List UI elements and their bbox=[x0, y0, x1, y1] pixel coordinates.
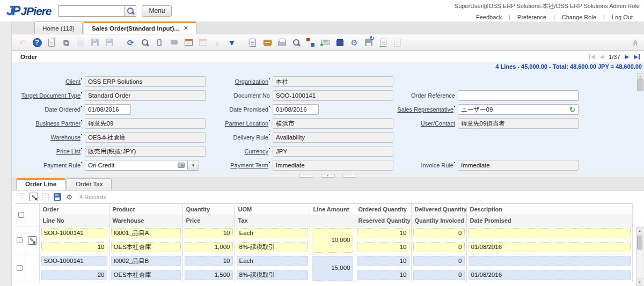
attachment-icon[interactable] bbox=[153, 36, 166, 49]
row-indicator-cell[interactable] bbox=[25, 254, 39, 282]
scrollbar-thumb[interactable] bbox=[637, 236, 642, 250]
tab-order-line[interactable]: Order Line bbox=[16, 178, 65, 190]
field-date-promised[interactable]: 01/08/2016 bbox=[273, 104, 319, 115]
window-tab-home-113[interactable]: Home (113) bbox=[34, 21, 83, 34]
description-cell[interactable] bbox=[466, 254, 632, 268]
workflow-icon[interactable] bbox=[304, 36, 317, 49]
field-payment-rule[interactable]: On Credit bbox=[85, 160, 188, 171]
line-no-cell[interactable]: 20 bbox=[39, 268, 109, 282]
window-tab-sales-order-standard-input[interactable]: Sales Order(Standard Input)...✕ bbox=[84, 21, 196, 34]
date-promised-cell[interactable]: 01/08/2016 bbox=[466, 240, 632, 254]
report-icon[interactable] bbox=[246, 36, 259, 49]
header-link-change-role[interactable]: Change Role bbox=[555, 14, 603, 20]
delivered-quantity-cell[interactable]: 0 bbox=[411, 254, 466, 268]
column-header-warehouse[interactable]: Warehouse bbox=[109, 215, 182, 226]
jpiere-logo[interactable]: JP JPiere bbox=[6, 3, 51, 18]
column-header-line-no[interactable]: Line No bbox=[39, 215, 109, 226]
row-select-cell[interactable] bbox=[15, 226, 25, 254]
order-line-row[interactable]: SOO-1000141I0002_品目B10Each15,000100 bbox=[15, 254, 632, 268]
warehouse-cell[interactable]: OES本社倉庫 bbox=[109, 268, 182, 282]
scroll-down-icon[interactable]: ▼ bbox=[636, 278, 643, 285]
line-no-cell[interactable]: 10 bbox=[39, 240, 109, 254]
uom-cell[interactable]: Each bbox=[235, 254, 310, 268]
close-tab-icon[interactable]: ✕ bbox=[184, 25, 188, 32]
product-cell[interactable]: I0002_品目B bbox=[109, 254, 182, 268]
delivered-quantity-cell[interactable]: 0 bbox=[411, 226, 466, 240]
column-header-quantity[interactable]: Quantity bbox=[182, 204, 235, 215]
scroll-up-icon[interactable]: ▲ bbox=[637, 73, 643, 79]
tab-order-tax[interactable]: Order Tax bbox=[67, 178, 112, 190]
export-icon[interactable] bbox=[362, 36, 375, 49]
find-icon[interactable] bbox=[138, 36, 151, 49]
column-header-ordered-quantity[interactable]: Ordered Quantity bbox=[355, 204, 411, 215]
print-icon[interactable] bbox=[275, 36, 288, 49]
archive-icon[interactable] bbox=[261, 36, 274, 49]
column-header-price[interactable]: Price bbox=[182, 215, 235, 226]
field-label-business-partner[interactable]: Business Partner bbox=[15, 120, 85, 127]
splitter-collapse-handle[interactable]: ▾ bbox=[321, 174, 335, 178]
field-label-target-document-type[interactable]: Target Document Type bbox=[15, 92, 85, 99]
field-label-user-contact[interactable]: User/Contact bbox=[396, 120, 458, 127]
line-amount-cell[interactable]: 15,000 bbox=[310, 254, 355, 282]
quantity-cell[interactable]: 10 bbox=[182, 226, 235, 240]
column-header-uom[interactable]: UOM bbox=[235, 204, 310, 215]
reserved-quantity-cell[interactable]: 10 bbox=[355, 268, 411, 282]
header-link-preference[interactable]: Preference bbox=[510, 14, 553, 20]
field-sales-representative[interactable]: ユーザー09↻ bbox=[458, 104, 579, 115]
global-search-input[interactable] bbox=[58, 5, 125, 17]
dropdown-button[interactable]: ▼ bbox=[188, 160, 199, 171]
detail-record-icon[interactable]: ▼ bbox=[225, 36, 238, 49]
request-icon[interactable] bbox=[319, 36, 332, 49]
column-header-line-amount[interactable]: Line Amount bbox=[310, 204, 355, 215]
product-cell[interactable]: I0001_品目A bbox=[109, 226, 182, 240]
price-cell[interactable]: 1,000 bbox=[182, 240, 235, 254]
requery-icon[interactable]: ↻ bbox=[569, 106, 575, 114]
first-record-icon[interactable]: ◀ bbox=[589, 54, 595, 60]
date-promised-cell[interactable]: 01/08/2016 bbox=[466, 268, 632, 282]
row-checkbox[interactable] bbox=[17, 265, 23, 271]
quantity-invoiced-cell[interactable]: 0 bbox=[411, 240, 466, 254]
header-link-feedback[interactable]: Feedback bbox=[469, 14, 509, 20]
ordered-quantity-cell[interactable]: 10 bbox=[355, 254, 411, 268]
row-indicator-cell[interactable]: ✎ bbox=[25, 226, 39, 254]
reserved-quantity-cell[interactable]: 10 bbox=[355, 240, 411, 254]
tax-cell[interactable]: 8%-課税取引 bbox=[235, 240, 310, 254]
chat-icon[interactable] bbox=[167, 36, 180, 49]
column-header-delivered-quantity[interactable]: Delivered Quantity bbox=[411, 204, 466, 215]
quantity-cell[interactable]: 10 bbox=[182, 254, 235, 268]
form-scrollbar[interactable]: ▲ bbox=[637, 73, 643, 171]
column-header-order[interactable]: Order bbox=[39, 204, 109, 215]
column-header-tax[interactable]: Tax bbox=[235, 215, 310, 226]
customize-grid-icon[interactable]: ⚙ bbox=[64, 192, 74, 202]
splitter-grip[interactable]: ···· bbox=[299, 174, 313, 178]
menu-button[interactable]: Menu bbox=[142, 5, 172, 17]
field-order-reference[interactable] bbox=[458, 90, 579, 101]
scroll-up-icon[interactable]: ▲ bbox=[636, 228, 643, 234]
file-import-icon[interactable] bbox=[377, 36, 390, 49]
print-preview-icon[interactable] bbox=[290, 36, 303, 49]
column-header-date-promised[interactable]: Date Promised bbox=[466, 215, 632, 226]
left-collapse-strip[interactable] bbox=[0, 21, 12, 286]
column-header-description[interactable]: Description bbox=[466, 204, 632, 215]
header-link-log-out[interactable]: Log Out bbox=[605, 14, 640, 20]
edit-toggle-icon[interactable]: ✎ bbox=[29, 192, 39, 202]
order-cell[interactable]: SOO-1000141 bbox=[39, 254, 109, 268]
field-label-price-list[interactable]: Price List bbox=[15, 148, 85, 155]
field-label-partner-location[interactable]: Partner Location bbox=[208, 120, 273, 127]
process-icon[interactable]: ⚙ bbox=[348, 36, 361, 49]
global-search-button[interactable] bbox=[125, 5, 136, 17]
scrollbar-thumb[interactable] bbox=[637, 79, 643, 91]
price-cell[interactable]: 1,500 bbox=[182, 268, 235, 282]
new-record-icon[interactable] bbox=[45, 36, 58, 49]
description-cell[interactable] bbox=[466, 226, 632, 240]
row-select-cell[interactable] bbox=[15, 254, 25, 282]
field-label-warehouse[interactable]: Warehouse bbox=[15, 134, 85, 141]
refresh-icon[interactable]: ⟳ bbox=[124, 36, 137, 49]
field-label-currency[interactable]: Currency bbox=[208, 148, 273, 155]
row-checkbox[interactable] bbox=[17, 237, 23, 243]
copy-record-icon[interactable]: ⧉ bbox=[60, 36, 72, 49]
splitter-grip[interactable]: ···· bbox=[342, 174, 356, 178]
field-date-ordered[interactable]: 01/08/2016 bbox=[85, 104, 131, 115]
save-line-icon[interactable] bbox=[53, 192, 62, 202]
next-record-icon[interactable]: ▶ bbox=[625, 54, 630, 60]
